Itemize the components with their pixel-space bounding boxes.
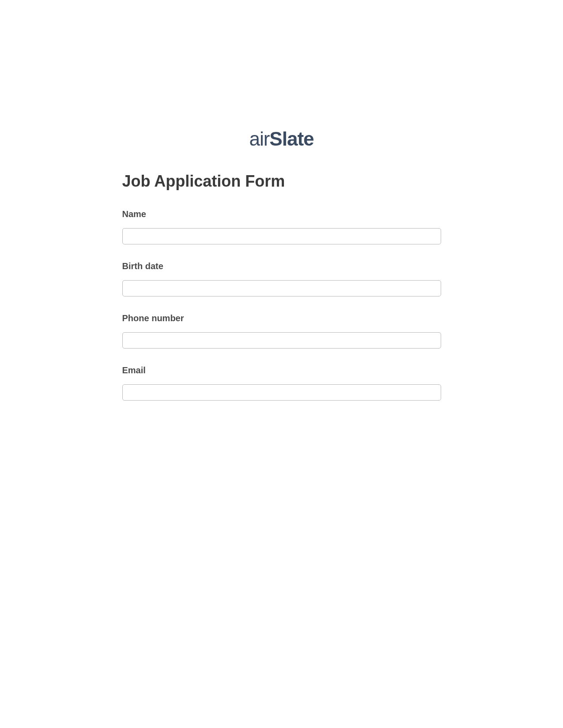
birth-date-label: Birth date (122, 261, 441, 271)
email-input[interactable] (122, 384, 441, 401)
phone-input[interactable] (122, 332, 441, 349)
form-field-birth-date: Birth date (122, 261, 441, 296)
email-label: Email (122, 365, 441, 375)
logo-prefix: air (249, 128, 269, 150)
form-field-name: Name (122, 209, 441, 244)
form-title: Job Application Form (122, 172, 441, 191)
form-container: airSlate Job Application Form Name Birth… (122, 0, 441, 401)
birth-date-input[interactable] (122, 280, 441, 296)
name-input[interactable] (122, 228, 441, 244)
form-field-email: Email (122, 365, 441, 401)
phone-label: Phone number (122, 313, 441, 323)
logo-suffix: Slate (269, 128, 314, 150)
logo-text: airSlate (249, 128, 314, 150)
name-label: Name (122, 209, 441, 219)
form-field-phone: Phone number (122, 313, 441, 349)
logo: airSlate (122, 128, 441, 150)
